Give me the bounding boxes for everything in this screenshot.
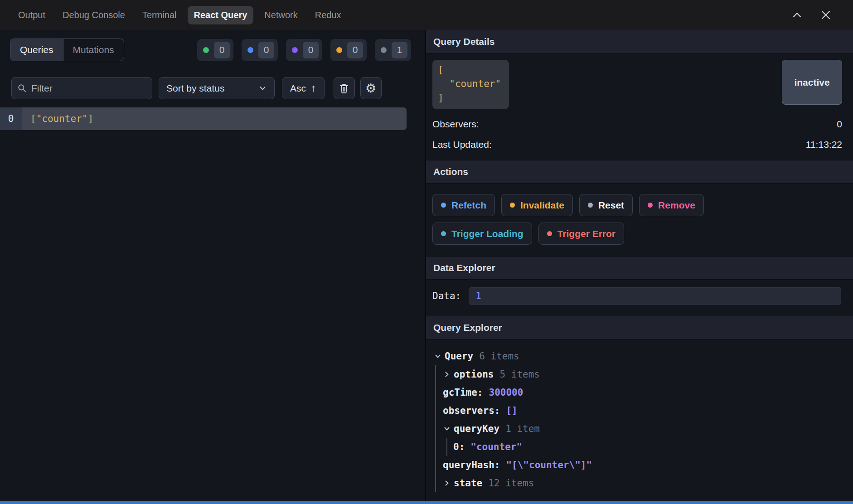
tree-node-querykey-0: 0: "counter" (453, 438, 846, 456)
remove-dot-icon (648, 203, 653, 208)
chevron-down-icon (443, 425, 451, 433)
tab-terminal[interactable]: Terminal (136, 6, 183, 24)
invalidate-label: Invalidate (520, 200, 564, 211)
queries-list-panel: Queries Mutations 0 0 0 (0, 30, 425, 501)
reset-dot-icon (588, 203, 593, 208)
tree-meta: 6 items (479, 351, 519, 362)
last-updated-row: Last Updated: 11:13:22 (432, 139, 842, 150)
trigger-error-button[interactable]: Trigger Error (538, 223, 624, 245)
filter-field (11, 77, 152, 99)
tree-node-options[interactable]: options 5 items (443, 365, 846, 383)
status-badge-fresh[interactable]: 0 (197, 39, 233, 61)
query-details-header: Query Details (426, 30, 853, 53)
toggle-mutations[interactable]: Mutations (63, 39, 124, 61)
tree-node-observers: observers: [] (443, 402, 846, 420)
toggle-queries[interactable]: Queries (10, 39, 63, 61)
query-details-body: [ "counter" ] inactive Observers: 0 Last… (426, 53, 853, 160)
devtools-content: Queries Mutations 0 0 0 (0, 30, 853, 501)
tab-network[interactable]: Network (258, 6, 304, 24)
data-value-field[interactable]: 1 (469, 287, 841, 305)
chevron-down-icon (258, 84, 267, 92)
tree-meta: 5 items (500, 369, 540, 380)
inactive-count: 1 (392, 42, 407, 58)
data-value: 1 (475, 291, 481, 301)
tree-node-state[interactable]: state 12 items (443, 474, 846, 492)
remove-label: Remove (658, 200, 695, 211)
tab-react-query[interactable]: React Query (188, 6, 254, 24)
queries-mutations-toggle: Queries Mutations (10, 39, 124, 61)
query-status-badge: inactive (782, 60, 842, 105)
observers-row: Observers: 0 (432, 119, 842, 130)
refetch-label: Refetch (451, 200, 486, 211)
refetch-dot-icon (441, 203, 446, 208)
refetch-button[interactable]: Refetch (432, 194, 495, 216)
tab-redux[interactable]: Redux (309, 6, 348, 24)
react-query-devtools-panel: Output Debug Console Terminal React Quer… (0, 0, 853, 504)
paused-dot-icon (292, 47, 298, 53)
chevron-down-icon (434, 353, 441, 360)
tree-key: queryKey (454, 423, 499, 434)
remove-button[interactable]: Remove (639, 194, 704, 216)
list-controls-row-1: Queries Mutations 0 0 0 (10, 39, 411, 61)
panel-accent-bar (0, 501, 853, 504)
fetching-dot-icon (247, 47, 253, 53)
sort-select[interactable]: Sort by status (159, 77, 275, 99)
tree-key: gcTime: (443, 387, 483, 398)
tree-node-query[interactable]: Query 6 items (434, 347, 846, 365)
tree-value: "[\"counter\"]" (506, 460, 592, 470)
stale-count: 0 (347, 42, 363, 58)
actions-body: Refetch Invalidate Reset Remove (426, 184, 853, 256)
observers-label: Observers: (432, 119, 479, 130)
tab-output[interactable]: Output (12, 6, 52, 24)
tree-key: Query (445, 351, 473, 362)
query-key-block: [ "counter" ] (432, 60, 509, 109)
status-badge-fetching[interactable]: 0 (242, 39, 278, 61)
gear-icon: ⚙ (365, 82, 376, 94)
settings-button[interactable]: ⚙ (360, 77, 382, 99)
status-badge-inactive[interactable]: 1 (375, 39, 411, 61)
actions-row-2: Trigger Loading Trigger Error (432, 223, 847, 245)
close-panel-button[interactable] (817, 6, 835, 24)
fresh-count: 0 (214, 42, 230, 58)
debug-tab-bar: Output Debug Console Terminal React Quer… (0, 0, 853, 30)
tree-value: [] (506, 405, 517, 416)
status-badge-stale[interactable]: 0 (330, 39, 367, 61)
stale-dot-icon (336, 47, 342, 53)
fresh-dot-icon (203, 47, 209, 53)
invalidate-dot-icon (510, 203, 515, 208)
query-list: 0 ["counter"] (0, 107, 425, 130)
trigger-loading-button[interactable]: Trigger Loading (432, 223, 532, 245)
query-observer-count: 0 (0, 107, 22, 130)
last-updated-value: 11:13:22 (806, 139, 842, 150)
clear-queries-button[interactable] (334, 77, 355, 99)
invalidate-button[interactable]: Invalidate (501, 194, 573, 216)
trigger-loading-dot-icon (441, 231, 446, 236)
status-badge-paused[interactable]: 0 (286, 39, 322, 61)
filter-input[interactable] (31, 83, 146, 94)
tree-key: state (454, 478, 482, 489)
tab-debug-console[interactable]: Debug Console (56, 6, 131, 24)
tree-meta: 12 items (488, 478, 534, 489)
expand-panel-button[interactable] (788, 6, 806, 24)
tree-value: "counter" (470, 441, 522, 452)
chevron-right-icon (443, 480, 451, 487)
query-list-item[interactable]: 0 ["counter"] (0, 107, 407, 130)
tree-key: queryHash: (443, 460, 500, 470)
last-updated-label: Last Updated: (432, 139, 492, 150)
tree-node-queryhash: queryHash: "[\"counter\"]" (443, 456, 846, 474)
arrow-up-icon: ↑ (311, 83, 316, 93)
query-explorer-header: Query Explorer (426, 316, 853, 339)
sort-order-button[interactable]: Asc ↑ (282, 77, 325, 99)
tree-value: 300000 (489, 387, 523, 398)
tree-node-gctime: gcTime: 300000 (443, 383, 846, 402)
data-explorer-header: Data Explorer (426, 256, 853, 280)
tree-node-querykey[interactable]: queryKey 1 item (443, 420, 846, 438)
trigger-error-label: Trigger Error (557, 228, 616, 239)
query-explorer-tree: Query 6 items options 5 items gcTime: (426, 339, 853, 492)
tree-key: options (454, 369, 494, 380)
reset-button[interactable]: Reset (579, 194, 633, 216)
chevron-right-icon (443, 371, 451, 378)
actions-header: Actions (426, 160, 853, 184)
close-icon (820, 9, 832, 21)
sort-select-value: Sort by status (166, 83, 224, 94)
